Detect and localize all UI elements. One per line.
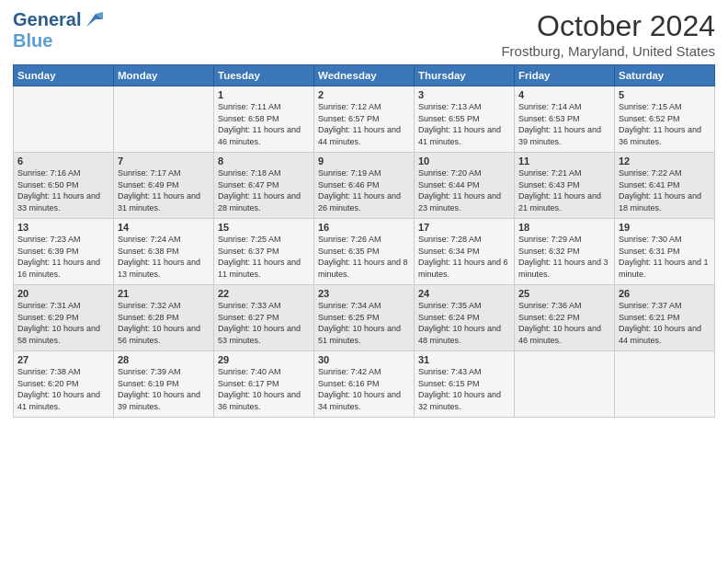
- day-number: 27: [17, 354, 109, 365]
- day-number: 25: [518, 288, 610, 299]
- calendar-week-1: 1Sunrise: 7:11 AM Sunset: 6:58 PM Daylig…: [14, 86, 715, 153]
- page-container: General Blue October 2024 Frostburg, Mar…: [0, 0, 728, 427]
- calendar-cell: 4Sunrise: 7:14 AM Sunset: 6:53 PM Daylig…: [515, 86, 615, 153]
- calendar-cell: 28Sunrise: 7:39 AM Sunset: 6:19 PM Dayli…: [114, 351, 214, 418]
- day-number: 1: [218, 89, 310, 100]
- col-tuesday: Tuesday: [214, 65, 314, 86]
- calendar-cell: 10Sunrise: 7:20 AM Sunset: 6:44 PM Dayli…: [415, 153, 515, 219]
- calendar-cell: 21Sunrise: 7:32 AM Sunset: 6:28 PM Dayli…: [114, 285, 214, 351]
- day-info: Sunrise: 7:17 AM Sunset: 6:49 PM Dayligh…: [118, 167, 210, 213]
- col-saturday: Saturday: [615, 65, 715, 86]
- calendar-cell: 23Sunrise: 7:34 AM Sunset: 6:25 PM Dayli…: [314, 285, 415, 351]
- day-number: 15: [218, 222, 310, 233]
- calendar-cell: 6Sunrise: 7:16 AM Sunset: 6:50 PM Daylig…: [14, 153, 114, 219]
- day-info: Sunrise: 7:14 AM Sunset: 6:53 PM Dayligh…: [518, 101, 610, 147]
- day-info: Sunrise: 7:39 AM Sunset: 6:19 PM Dayligh…: [118, 366, 210, 412]
- day-number: 28: [118, 354, 210, 365]
- day-info: Sunrise: 7:36 AM Sunset: 6:22 PM Dayligh…: [518, 300, 610, 346]
- calendar-cell: 1Sunrise: 7:11 AM Sunset: 6:58 PM Daylig…: [214, 86, 314, 153]
- day-info: Sunrise: 7:32 AM Sunset: 6:28 PM Dayligh…: [118, 300, 210, 346]
- day-info: Sunrise: 7:35 AM Sunset: 6:24 PM Dayligh…: [418, 300, 510, 346]
- calendar-cell: 31Sunrise: 7:43 AM Sunset: 6:15 PM Dayli…: [415, 351, 515, 418]
- title-block: October 2024 Frostburg, Maryland, United…: [501, 9, 715, 59]
- calendar-cell: 20Sunrise: 7:31 AM Sunset: 6:29 PM Dayli…: [14, 285, 114, 351]
- day-info: Sunrise: 7:29 AM Sunset: 6:32 PM Dayligh…: [518, 234, 610, 280]
- day-info: Sunrise: 7:24 AM Sunset: 6:38 PM Dayligh…: [118, 234, 210, 280]
- calendar-week-2: 6Sunrise: 7:16 AM Sunset: 6:50 PM Daylig…: [14, 153, 715, 219]
- logo-wrapper: General: [13, 9, 103, 30]
- day-info: Sunrise: 7:33 AM Sunset: 6:27 PM Dayligh…: [218, 300, 310, 346]
- day-number: 16: [318, 222, 410, 233]
- day-number: 6: [17, 155, 109, 167]
- col-friday: Friday: [515, 65, 615, 86]
- calendar-cell: 15Sunrise: 7:25 AM Sunset: 6:37 PM Dayli…: [214, 219, 314, 285]
- day-number: 30: [318, 354, 410, 365]
- day-info: Sunrise: 7:19 AM Sunset: 6:46 PM Dayligh…: [318, 167, 410, 213]
- calendar-cell: 16Sunrise: 7:26 AM Sunset: 6:35 PM Dayli…: [314, 219, 415, 285]
- calendar-table: Sunday Monday Tuesday Wednesday Thursday…: [13, 64, 715, 418]
- day-info: Sunrise: 7:18 AM Sunset: 6:47 PM Dayligh…: [218, 167, 310, 213]
- logo-bird-icon: [83, 10, 103, 30]
- day-info: Sunrise: 7:30 AM Sunset: 6:31 PM Dayligh…: [619, 234, 711, 280]
- calendar-cell: 11Sunrise: 7:21 AM Sunset: 6:43 PM Dayli…: [515, 153, 615, 219]
- logo-blue-text: Blue: [13, 30, 52, 52]
- day-info: Sunrise: 7:42 AM Sunset: 6:16 PM Dayligh…: [318, 366, 410, 412]
- logo-blue-label: Blue: [13, 30, 52, 51]
- day-number: 29: [218, 354, 310, 365]
- calendar-cell: [114, 86, 214, 153]
- calendar-cell: 14Sunrise: 7:24 AM Sunset: 6:38 PM Dayli…: [114, 219, 214, 285]
- calendar-cell: 13Sunrise: 7:23 AM Sunset: 6:39 PM Dayli…: [14, 219, 114, 285]
- day-number: 8: [218, 155, 310, 167]
- day-info: Sunrise: 7:16 AM Sunset: 6:50 PM Dayligh…: [17, 167, 109, 213]
- day-info: Sunrise: 7:34 AM Sunset: 6:25 PM Dayligh…: [318, 300, 410, 346]
- day-info: Sunrise: 7:20 AM Sunset: 6:44 PM Dayligh…: [418, 167, 510, 213]
- calendar-cell: 9Sunrise: 7:19 AM Sunset: 6:46 PM Daylig…: [314, 153, 415, 219]
- day-number: 23: [318, 288, 410, 299]
- calendar-cell: [14, 86, 114, 153]
- day-number: 22: [218, 288, 310, 299]
- calendar-cell: 25Sunrise: 7:36 AM Sunset: 6:22 PM Dayli…: [515, 285, 615, 351]
- day-info: Sunrise: 7:15 AM Sunset: 6:52 PM Dayligh…: [619, 101, 711, 147]
- day-number: 13: [17, 222, 109, 233]
- day-number: 31: [418, 354, 510, 365]
- calendar-cell: 2Sunrise: 7:12 AM Sunset: 6:57 PM Daylig…: [314, 86, 415, 153]
- logo: General Blue: [13, 9, 103, 52]
- day-number: 17: [418, 222, 510, 233]
- day-number: 26: [619, 288, 711, 299]
- calendar-cell: 26Sunrise: 7:37 AM Sunset: 6:21 PM Dayli…: [615, 285, 715, 351]
- location-title: Frostburg, Maryland, United States: [501, 43, 715, 59]
- day-number: 10: [418, 155, 510, 167]
- page-header: General Blue October 2024 Frostburg, Mar…: [13, 9, 715, 59]
- day-number: 3: [418, 89, 510, 100]
- day-info: Sunrise: 7:12 AM Sunset: 6:57 PM Dayligh…: [318, 101, 410, 147]
- day-info: Sunrise: 7:25 AM Sunset: 6:37 PM Dayligh…: [218, 234, 310, 280]
- day-number: 2: [318, 89, 410, 100]
- day-number: 20: [17, 288, 109, 299]
- day-info: Sunrise: 7:13 AM Sunset: 6:55 PM Dayligh…: [418, 101, 510, 147]
- day-info: Sunrise: 7:21 AM Sunset: 6:43 PM Dayligh…: [518, 167, 610, 213]
- day-info: Sunrise: 7:26 AM Sunset: 6:35 PM Dayligh…: [318, 234, 410, 280]
- day-info: Sunrise: 7:38 AM Sunset: 6:20 PM Dayligh…: [17, 366, 109, 412]
- day-info: Sunrise: 7:22 AM Sunset: 6:41 PM Dayligh…: [619, 167, 711, 213]
- day-info: Sunrise: 7:31 AM Sunset: 6:29 PM Dayligh…: [17, 300, 109, 346]
- calendar-cell: 29Sunrise: 7:40 AM Sunset: 6:17 PM Dayli…: [214, 351, 314, 418]
- calendar-week-4: 20Sunrise: 7:31 AM Sunset: 6:29 PM Dayli…: [14, 285, 715, 351]
- col-monday: Monday: [114, 65, 214, 86]
- col-sunday: Sunday: [14, 65, 114, 86]
- calendar-cell: 8Sunrise: 7:18 AM Sunset: 6:47 PM Daylig…: [214, 153, 314, 219]
- col-thursday: Thursday: [415, 65, 515, 86]
- calendar-week-3: 13Sunrise: 7:23 AM Sunset: 6:39 PM Dayli…: [14, 219, 715, 285]
- day-number: 12: [619, 155, 711, 167]
- day-number: 7: [118, 155, 210, 167]
- day-number: 14: [118, 222, 210, 233]
- calendar-cell: 3Sunrise: 7:13 AM Sunset: 6:55 PM Daylig…: [415, 86, 515, 153]
- day-number: 11: [518, 155, 610, 167]
- calendar-cell: 17Sunrise: 7:28 AM Sunset: 6:34 PM Dayli…: [415, 219, 515, 285]
- month-title: October 2024: [501, 9, 715, 43]
- calendar-cell: 7Sunrise: 7:17 AM Sunset: 6:49 PM Daylig…: [114, 153, 214, 219]
- calendar-cell: 27Sunrise: 7:38 AM Sunset: 6:20 PM Dayli…: [14, 351, 114, 418]
- day-number: 21: [118, 288, 210, 299]
- calendar-cell: [515, 351, 615, 418]
- calendar-cell: 22Sunrise: 7:33 AM Sunset: 6:27 PM Dayli…: [214, 285, 314, 351]
- calendar-header: Sunday Monday Tuesday Wednesday Thursday…: [14, 65, 715, 86]
